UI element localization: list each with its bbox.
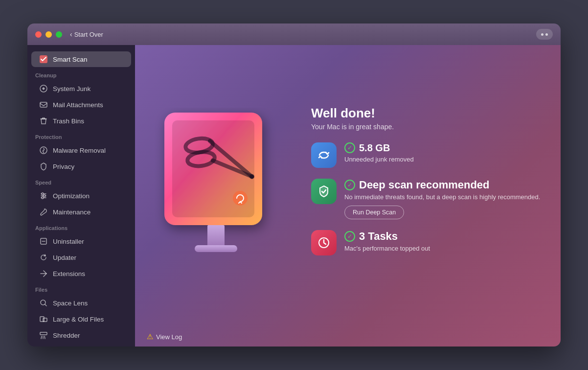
- sidebar-item-label: Mail Attachments: [53, 101, 103, 109]
- sidebar-section-speed: Speed: [27, 175, 135, 187]
- content: Smart Scan Cleanup System Junk: [27, 45, 561, 347]
- svg-point-9: [44, 195, 45, 197]
- svg-rect-2: [40, 102, 47, 107]
- check-icon: ✓: [344, 142, 355, 153]
- sidebar-item-large-old-files[interactable]: Large & Old Files: [31, 311, 131, 327]
- results-panel: Well done! Your Mac is in great shape.: [301, 106, 541, 266]
- deepscan-value: Deep scan recommended: [359, 179, 490, 191]
- svg-point-28: [233, 191, 248, 206]
- sidebar-item-privacy[interactable]: Privacy: [31, 159, 131, 174]
- sidebar-section-files: Files: [27, 282, 135, 295]
- dot-icon: [545, 33, 548, 36]
- svg-rect-17: [40, 332, 47, 335]
- titlebar: ‹ Start Over: [27, 23, 561, 45]
- result-subtitle: Your Mac is in great shape.: [311, 123, 541, 131]
- sidebar-item-label: System Junk: [53, 85, 90, 92]
- uninstaller-icon: [39, 237, 48, 246]
- sidebar-item-label: Updater: [53, 254, 76, 261]
- titlebar-center: ‹ Start Over: [62, 30, 536, 38]
- sidebar-item-system-junk[interactable]: System Junk: [31, 81, 131, 96]
- minimize-button[interactable]: [45, 31, 52, 38]
- junk-icon: [311, 142, 337, 168]
- deepscan-desc: No immediate threats found, but a deep s…: [344, 193, 541, 202]
- tasks-body: ✓ 3 Tasks Mac's performance topped out: [344, 230, 541, 253]
- malware-removal-icon: [39, 146, 48, 155]
- sidebar-item-label: Trash Bins: [53, 117, 84, 125]
- svg-line-20: [45, 336, 45, 339]
- view-log-label: View Log: [156, 333, 182, 341]
- sidebar-item-label: Extensions: [53, 270, 85, 278]
- sidebar-item-label: Large & Old Files: [53, 316, 104, 323]
- junk-value: 5.8 GB: [359, 142, 390, 154]
- app-window: ‹ Start Over Smart Scan: [27, 23, 561, 347]
- sidebar-item-maintenance[interactable]: Maintenance: [31, 204, 131, 220]
- space-lens-icon: [39, 299, 48, 307]
- sidebar-item-label: Maintenance: [53, 208, 90, 216]
- sidebar-item-mail-attachments[interactable]: Mail Attachments: [31, 97, 131, 113]
- junk-body: ✓ 5.8 GB Unneeded junk removed: [344, 142, 541, 164]
- sidebar: Smart Scan Cleanup System Junk: [27, 45, 135, 347]
- trash-bins-icon: [39, 116, 48, 125]
- extensions-icon: [39, 269, 48, 278]
- run-deep-scan-button[interactable]: Run Deep Scan: [344, 206, 404, 219]
- sidebar-section-cleanup: Cleanup: [27, 68, 135, 80]
- result-title: Well done!: [311, 106, 541, 121]
- sidebar-item-trash-bins[interactable]: Trash Bins: [31, 113, 131, 129]
- mail-attachments-icon: [39, 100, 48, 109]
- svg-rect-16: [43, 318, 47, 322]
- sidebar-item-uninstaller[interactable]: Uninstaller: [31, 233, 131, 249]
- dot-icon: [541, 33, 543, 36]
- svg-rect-29: [207, 225, 225, 247]
- svg-rect-30: [195, 245, 237, 252]
- titlebar-actions: [536, 29, 553, 40]
- sidebar-item-space-lens[interactable]: Space Lens: [31, 295, 131, 311]
- updater-icon: [39, 253, 48, 262]
- start-over-button[interactable]: ‹ Start Over: [70, 30, 103, 38]
- mac-illustration: [155, 108, 292, 274]
- sidebar-item-label: Shredder: [53, 332, 80, 339]
- sidebar-item-updater[interactable]: Updater: [31, 250, 131, 265]
- close-button[interactable]: [35, 31, 42, 38]
- start-over-label: Start Over: [74, 31, 103, 38]
- result-item-deepscan: ✓ Deep scan recommended No immediate thr…: [311, 179, 541, 219]
- svg-line-14: [45, 304, 46, 306]
- result-item-tasks: ✓ 3 Tasks Mac's performance topped out: [311, 230, 541, 255]
- chevron-left-icon: ‹: [70, 30, 72, 38]
- sidebar-item-optimization[interactable]: Optimization: [31, 188, 131, 204]
- privacy-icon: [39, 162, 48, 171]
- optimization-icon: [39, 191, 48, 200]
- junk-header: ✓ 5.8 GB: [344, 142, 541, 154]
- svg-point-10: [42, 197, 44, 199]
- main-area: Well done! Your Mac is in great shape.: [135, 45, 561, 347]
- tasks-value: 3 Tasks: [359, 230, 398, 243]
- smart-scan-icon: [39, 55, 48, 64]
- maintenance-icon: [39, 208, 48, 216]
- svg-line-18: [41, 336, 42, 339]
- sidebar-item-extensions[interactable]: Extensions: [31, 266, 131, 281]
- svg-point-4: [43, 152, 44, 153]
- main-content: Well done! Your Mac is in great shape.: [135, 45, 561, 327]
- svg-point-8: [42, 193, 44, 195]
- main-footer: ⚠ View Log: [135, 327, 561, 347]
- sidebar-item-malware-removal[interactable]: Malware Removal: [31, 142, 131, 158]
- shredder-icon: [39, 331, 48, 340]
- junk-desc: Unneeded junk removed: [344, 155, 541, 164]
- sidebar-item-label: Uninstaller: [53, 238, 84, 245]
- deepscan-header: ✓ Deep scan recommended: [344, 179, 541, 191]
- check-icon-2: ✓: [344, 180, 355, 190]
- sidebar-item-smart-scan[interactable]: Smart Scan: [31, 51, 131, 67]
- warning-icon: ⚠: [147, 332, 153, 341]
- svg-rect-15: [40, 317, 44, 322]
- tasks-desc: Mac's performance topped out: [344, 244, 541, 253]
- view-log-button[interactable]: ⚠ View Log: [147, 332, 182, 341]
- maximize-button[interactable]: [56, 31, 62, 38]
- check-icon-3: ✓: [344, 231, 355, 242]
- sidebar-item-shredder[interactable]: Shredder: [31, 327, 131, 343]
- deepscan-icon: [311, 179, 337, 204]
- sidebar-item-label: Space Lens: [53, 300, 88, 307]
- more-options-button[interactable]: [536, 29, 553, 40]
- tasks-header: ✓ 3 Tasks: [344, 230, 541, 243]
- traffic-lights: [35, 31, 62, 38]
- result-item-junk: ✓ 5.8 GB Unneeded junk removed: [311, 142, 541, 168]
- sidebar-section-applications: Applications: [27, 220, 135, 233]
